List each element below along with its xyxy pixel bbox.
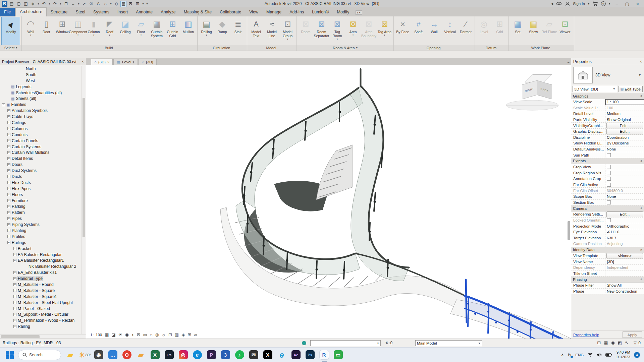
tree-expander-icon[interactable]: +	[7, 217, 10, 220]
by-face-button[interactable]: × By Face	[395, 17, 411, 45]
viewer-button[interactable]: ⊡ Viewer	[557, 17, 573, 45]
grid-button[interactable]: ⊞ Grid	[492, 17, 507, 45]
editable-only-icon[interactable]: ↯	[385, 341, 388, 345]
internet-explorer-icon[interactable]: e	[277, 350, 287, 360]
property-value[interactable]: 100	[605, 105, 644, 111]
type-selector-dropdown-icon[interactable]: ▼	[638, 73, 642, 77]
tree-item[interactable]: + EA_End Baluster kls1	[0, 269, 86, 276]
search-icon[interactable]	[556, 2, 562, 6]
tree-expander-icon[interactable]: −	[7, 241, 10, 244]
property-value[interactable]: Medium	[605, 111, 644, 117]
tree-item[interactable]: + Planting	[0, 228, 86, 234]
tree-item[interactable]: + Doors	[0, 162, 86, 168]
property-value[interactable]: Coordination	[605, 135, 644, 140]
project-browser-header[interactable]: Project Browser - CLASSIC RAILING 03.rvt…	[0, 58, 86, 65]
column-button[interactable]: ▮ Column ▾	[86, 17, 102, 45]
dropdown-icon[interactable]: ▾	[59, 1, 62, 7]
view-scale-button[interactable]: 1 : 100	[90, 333, 102, 337]
tree-expander-icon[interactable]: +	[13, 283, 16, 286]
room-button[interactable]: ⊠ Room	[298, 17, 314, 45]
select-links-icon[interactable]: ⊡	[597, 340, 601, 345]
opera-icon[interactable]: O	[122, 350, 132, 360]
tree-expander-icon[interactable]: +	[13, 289, 16, 292]
notification-badge[interactable]: 4	[634, 352, 640, 358]
scrollbar-thumb[interactable]	[83, 98, 85, 237]
three-app-icon[interactable]: 3	[221, 350, 231, 360]
text-icon[interactable]: A	[96, 1, 101, 7]
ceiling-button[interactable]: ◪ Ceiling	[117, 17, 133, 45]
ribbon-display-toggle-icon[interactable]: ▴ ▾	[355, 10, 362, 15]
dropdown-icon[interactable]: ▾	[48, 1, 51, 7]
view-cube[interactable]: RIGHT BACK	[521, 73, 553, 104]
view-cube-right-face[interactable]: RIGHT	[522, 80, 537, 100]
area-button[interactable]: ⊠ Area ▾	[345, 17, 361, 45]
scrollbar-thumb[interactable]	[1, 335, 40, 338]
app-store-cart-icon[interactable]	[592, 1, 598, 6]
undo-icon[interactable]: ↶	[41, 1, 47, 7]
model-text-button[interactable]: A Model Text	[248, 17, 264, 45]
tree-item[interactable]: + Profiles	[0, 234, 86, 240]
view-tab-3d[interactable]: ⌂ {3D} ×	[91, 59, 113, 65]
tree-item[interactable]: + EA Baluster Rectangular	[0, 252, 86, 258]
tree-item[interactable]: + Pattern	[0, 209, 86, 216]
property-value[interactable]: Show All	[605, 283, 644, 288]
tree-expander-icon[interactable]: +	[13, 277, 16, 280]
canvas-scrollbar-thumb[interactable]	[568, 221, 570, 240]
restore-button[interactable]: ▢	[624, 1, 631, 6]
measure-icon[interactable]: ↔	[70, 1, 76, 7]
model-group-button[interactable]: ⊡ Model Group ▾	[280, 17, 296, 45]
tree-item[interactable]: + Cable Trays	[0, 114, 86, 120]
mullion-button[interactable]: ▥ Mullion	[180, 17, 196, 45]
onedrive-sync-icon[interactable]: ↻	[568, 352, 572, 358]
tab-steel[interactable]: Steel	[72, 8, 90, 16]
switch-windows-icon[interactable]: ⊞	[135, 1, 140, 7]
type-selector[interactable]: 3D View ▼	[571, 65, 644, 85]
tab-annotate[interactable]: Annotate	[132, 8, 157, 16]
tree-expander-icon[interactable]: +	[7, 205, 10, 208]
tree-expander-icon[interactable]: +	[7, 175, 10, 178]
tree-item[interactable]: + Flex Ducts	[0, 180, 86, 186]
tree-item[interactable]: NK Baluster Rectangular 2	[0, 263, 86, 269]
tree-item[interactable]: + Floors	[0, 192, 86, 198]
battery-icon[interactable]	[605, 353, 612, 357]
tree-item[interactable]: + Parking	[0, 203, 86, 209]
tree-expander-icon[interactable]: +	[13, 301, 16, 304]
panel-label[interactable]: Work Plane	[509, 45, 574, 51]
tree-item[interactable]: + M_Baluster - Square1	[0, 294, 86, 300]
visual-style-icon[interactable]: ▦	[105, 332, 109, 337]
tree-item[interactable]: + Detail Items	[0, 156, 86, 162]
tree-expander-icon[interactable]: +	[7, 235, 10, 238]
tab-add-ins[interactable]: Add-Ins	[285, 8, 308, 16]
show-work-plane-button[interactable]: ▦ Show	[526, 17, 541, 45]
hidden-icons-chevron[interactable]: ∧	[561, 352, 564, 357]
tree-expander-icon[interactable]: +	[7, 163, 10, 166]
property-value[interactable]: Edit...	[606, 123, 643, 128]
x-app-icon[interactable]: X	[263, 350, 273, 360]
revit-taskbar-icon[interactable]: R	[319, 350, 329, 360]
apply-button[interactable]: Apply	[623, 331, 642, 338]
property-value[interactable]	[605, 200, 644, 205]
property-value[interactable]: Orthographic	[605, 223, 644, 229]
tree-item[interactable]: ▦ Schedules/Quantities (all)	[0, 90, 86, 96]
curtain-system-button[interactable]: ▦ Curtain System	[149, 17, 165, 45]
close-view-icon[interactable]: ×	[107, 60, 109, 64]
curtain-grid-button[interactable]: ⊞ Curtain Grid	[165, 17, 180, 45]
tree-expander-icon[interactable]: +	[13, 319, 16, 322]
tree-item[interactable]: North	[0, 66, 86, 72]
property-value[interactable]	[605, 182, 644, 188]
properties-header[interactable]: Properties ×	[571, 58, 644, 65]
edge-icon[interactable]: e	[193, 350, 203, 360]
properties-help-link[interactable]: Properties help	[573, 333, 599, 337]
floor-button[interactable]: ▱ Floor ▾	[133, 17, 149, 45]
tree-expander-icon[interactable]: +	[7, 229, 10, 232]
tree-expander-icon[interactable]: +	[13, 307, 16, 310]
tree-expander-icon[interactable]: +	[7, 157, 10, 160]
browser-horizontal-scrollbar[interactable]	[0, 334, 86, 339]
tree-item[interactable]: + Ducts	[0, 174, 86, 180]
property-value[interactable]	[605, 270, 644, 276]
view-type-combo[interactable]: 3D View: {3D} ▼	[573, 86, 617, 92]
filter-icon[interactable]: ▽	[634, 341, 637, 345]
tree-item[interactable]: + Handrail Type	[0, 276, 86, 282]
tab-lumion[interactable]: Lumion®	[308, 8, 333, 16]
file-properties-icon[interactable]: ▤	[9, 1, 14, 7]
